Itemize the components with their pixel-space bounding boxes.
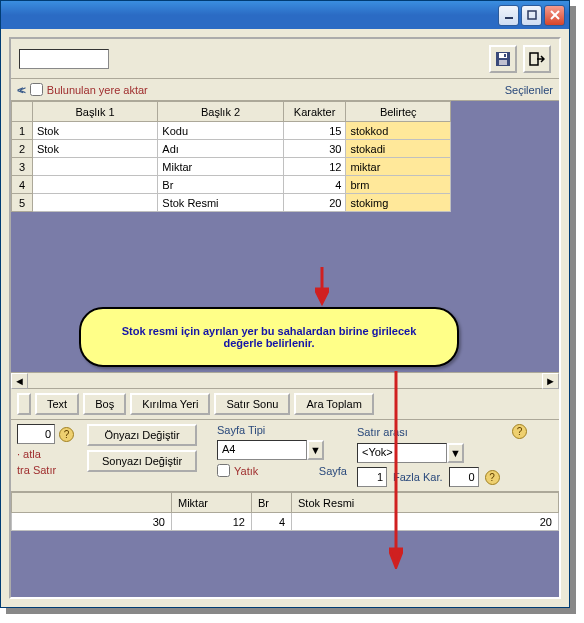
help-icon-3[interactable]: ? — [485, 470, 500, 485]
svg-rect-8 — [530, 53, 538, 65]
annotation-arrow-icon-2 — [389, 369, 403, 569]
table-row[interactable]: 5 Stok Resmi 20 stokimg — [12, 194, 451, 212]
titlebar — [1, 1, 569, 29]
scroll-right-icon[interactable]: ► — [542, 373, 559, 389]
transfer-checkbox-input[interactable] — [30, 83, 43, 96]
h-scrollbar[interactable]: ◄ ► — [11, 372, 559, 389]
text-button[interactable]: Text — [35, 393, 79, 415]
col-belirtec[interactable]: Belirteç — [346, 102, 451, 122]
sonyazi-button[interactable]: Sonyazı Değiştir — [87, 450, 197, 472]
action-bar: Text Boş Kırılma Yeri Satır Sonu Ara Top… — [11, 389, 559, 420]
ara-toplam-button[interactable]: Ara Toplam — [294, 393, 373, 415]
one-input[interactable]: 1 — [357, 467, 387, 487]
annotation-arrow-icon — [315, 265, 329, 309]
sayfa-label: Sayfa — [319, 465, 347, 477]
table-row[interactable]: 4 Br 4 brm — [12, 176, 451, 194]
client-area: << Bulunulan yere aktar Seçilenler Başlı… — [9, 37, 561, 599]
help-icon[interactable]: ? — [59, 427, 74, 442]
table-row[interactable]: 30 12 4 20 — [12, 513, 559, 531]
bos-button[interactable]: Boş — [83, 393, 126, 415]
collapse-chevron-icon[interactable]: << — [17, 84, 22, 96]
sayfa-tipi-label: Sayfa Tipi — [217, 424, 347, 436]
table-row[interactable]: 1 Stok Kodu 15 stokkod — [12, 122, 451, 140]
tra-satir-label: tra Satır — [17, 464, 77, 476]
help-icon-2[interactable]: ? — [512, 424, 527, 439]
transfer-checkbox-label: Bulunulan yere aktar — [47, 84, 148, 96]
yatik-label: Yatık — [234, 465, 258, 477]
fields-grid: Başlık 1 Başlık 2 Karakter Belirteç 1 St… — [11, 101, 559, 212]
scroll-left-icon[interactable]: ◄ — [11, 373, 28, 389]
col-baslik1[interactable]: Başlık 1 — [32, 102, 157, 122]
toolbar — [11, 39, 559, 79]
g2-h3[interactable]: Br — [252, 493, 292, 513]
search-input[interactable] — [19, 49, 109, 69]
window: << Bulunulan yere aktar Seçilenler Başlı… — [0, 0, 570, 608]
kirilma-button[interactable]: Kırılma Yeri — [130, 393, 210, 415]
exit-button[interactable] — [523, 45, 551, 73]
callout-bubble: Stok resmi için ayrılan yer bu sahalarda… — [79, 307, 459, 367]
table-row[interactable]: 3 Miktar 12 miktar — [12, 158, 451, 176]
selected-label: Seçilenler — [505, 84, 553, 96]
callout-text: Stok resmi için ayrılan yer bu sahalarda… — [101, 325, 437, 349]
onyazi-button[interactable]: Önyazı Değiştir — [87, 424, 197, 446]
minimize-button[interactable] — [498, 5, 519, 26]
col-baslik2[interactable]: Başlık 2 — [158, 102, 283, 122]
close-button[interactable] — [544, 5, 565, 26]
save-button[interactable] — [489, 45, 517, 73]
preview-grid: Miktar Br Stok Resmi 30 12 4 20 — [11, 492, 559, 552]
transfer-checkbox[interactable]: Bulunulan yere aktar — [30, 83, 148, 96]
settings-row: 0 ? · atla tra Satır Önyazı Değiştir Son… — [11, 420, 559, 492]
g2-h2[interactable]: Miktar — [172, 493, 252, 513]
row-header-corner — [12, 102, 33, 122]
svg-rect-7 — [504, 54, 506, 57]
maximize-button[interactable] — [521, 5, 542, 26]
fazla-input[interactable]: 0 — [449, 467, 479, 487]
col-karakter[interactable]: Karakter — [283, 102, 346, 122]
chevron-down-icon[interactable]: ▼ — [307, 440, 324, 460]
blank-button[interactable] — [17, 393, 31, 415]
chevron-down-icon[interactable]: ▼ — [447, 443, 464, 463]
satir-arasi-combo[interactable]: <Yok> ▼ — [357, 443, 527, 463]
satir-sonu-button[interactable]: Satır Sonu — [214, 393, 290, 415]
num-input-0[interactable]: 0 — [17, 424, 55, 444]
g2-h4[interactable]: Stok Resmi — [292, 493, 559, 513]
atla-label: · atla — [17, 448, 77, 460]
table-row[interactable]: 2 Stok Adı 30 stokadi — [12, 140, 451, 158]
sayfa-tipi-combo[interactable]: A4 ▼ — [217, 440, 347, 460]
options-bar: << Bulunulan yere aktar Seçilenler — [11, 79, 559, 101]
svg-rect-1 — [528, 11, 536, 19]
svg-rect-6 — [499, 60, 507, 65]
g2-h1[interactable] — [12, 493, 172, 513]
yatik-checkbox[interactable] — [217, 464, 230, 477]
